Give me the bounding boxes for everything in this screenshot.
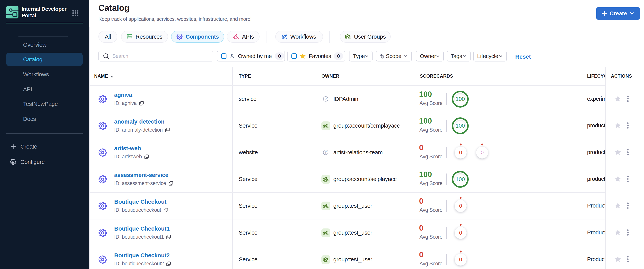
svg-text:?: ?: [325, 150, 327, 154]
svg-text:?: ?: [325, 97, 327, 101]
